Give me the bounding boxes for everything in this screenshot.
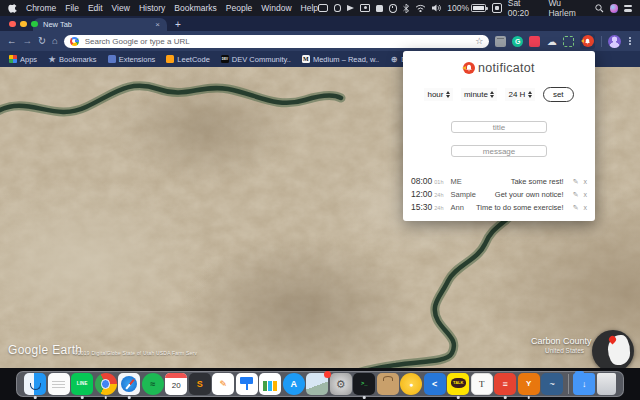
dock-sql-app[interactable]: ~ — [541, 373, 563, 395]
dock-paper-bag-app[interactable] — [377, 373, 399, 395]
bookmark-item[interactable]: Extensions — [108, 55, 156, 64]
forward-button[interactable]: → — [23, 36, 33, 46]
camera-icon[interactable] — [360, 4, 370, 12]
time-machine-icon[interactable] — [389, 4, 398, 13]
address-input[interactable] — [83, 36, 471, 47]
menu-item[interactable]: View — [112, 3, 130, 13]
dock-typora[interactable]: T — [471, 373, 493, 395]
zoom-window-button[interactable] — [31, 21, 38, 28]
chrome-menu-icon[interactable] — [627, 37, 633, 45]
menu-item[interactable]: Window — [261, 3, 291, 13]
dock-photos[interactable] — [306, 373, 328, 395]
bookmark-item[interactable]: ★ Bookmarks — [48, 55, 97, 64]
user-name[interactable]: Wu Harlem — [548, 0, 588, 18]
bookmark-star-icon[interactable]: ☆ — [475, 37, 483, 46]
dock-terminal[interactable]: >_ — [353, 373, 375, 395]
bookmark-item[interactable]: M Medium – Read, w.. — [302, 55, 379, 64]
battery-status[interactable]: 100% — [447, 3, 486, 13]
dock-safari[interactable] — [118, 373, 140, 395]
delete-icon[interactable]: x — [584, 178, 588, 185]
tab-close-icon[interactable]: × — [155, 21, 160, 29]
reload-button[interactable]: ↻ — [38, 36, 46, 46]
bookmark-label: Apps — [20, 55, 37, 64]
menu-item[interactable]: Edit — [88, 3, 103, 13]
profile-avatar[interactable] — [608, 35, 621, 48]
minute-select[interactable]: minute — [461, 88, 498, 101]
speech-bubble-icon[interactable] — [318, 4, 328, 12]
home-button[interactable]: ⌂ — [52, 36, 58, 46]
dock-trash[interactable] — [597, 373, 616, 395]
notification-message: Get your own notice! — [495, 190, 564, 199]
notification-format: 24h — [434, 205, 443, 211]
dock-line[interactable]: LINE — [71, 373, 93, 395]
screenshot-extension-icon[interactable] — [563, 36, 574, 47]
archive-extension-icon[interactable] — [495, 36, 506, 47]
dock-chrome[interactable] — [95, 373, 117, 395]
dock-calendar[interactable]: 20 — [165, 373, 187, 395]
dock-finder[interactable] — [24, 373, 46, 395]
delete-icon[interactable]: x — [584, 204, 588, 211]
google-earth-logo: Google Earth — [8, 343, 82, 357]
new-tab-button[interactable]: + — [175, 19, 181, 30]
dock-todoist[interactable]: ≡ — [494, 373, 516, 395]
title-input[interactable] — [451, 121, 547, 133]
cloud-extension-icon[interactable]: ☁ — [546, 36, 557, 47]
menu-item[interactable]: Help — [301, 3, 318, 13]
hour-select[interactable]: hour — [424, 88, 453, 101]
edit-icon[interactable]: ✎ — [573, 191, 579, 199]
notification-format: 24h — [434, 192, 443, 198]
grammarly-extension-icon[interactable]: G — [512, 36, 523, 47]
notificatot-extension-icon[interactable] — [580, 34, 595, 49]
dock-divider — [568, 374, 569, 394]
siri-icon[interactable] — [610, 4, 619, 13]
dock-keynote[interactable] — [236, 373, 258, 395]
horn-icon[interactable] — [347, 5, 354, 11]
app-status-icon[interactable] — [376, 5, 383, 12]
bookmark-item[interactable]: Apps — [9, 55, 37, 64]
bluetooth-icon[interactable] — [403, 4, 409, 13]
message-input[interactable] — [451, 145, 547, 157]
hand-icon[interactable] — [334, 4, 342, 12]
notification-row: 08:00 01h ME Take some rest! ✎ x — [411, 176, 587, 186]
dock-numbers[interactable] — [259, 373, 281, 395]
dock-system-preferences[interactable]: ⚙ — [330, 373, 352, 395]
input-source-icon[interactable] — [492, 3, 502, 13]
tab-new-tab[interactable]: New Tab × — [33, 18, 167, 31]
dock-yellow-app[interactable]: ● — [400, 373, 422, 395]
address-bar[interactable]: ☆ — [64, 35, 489, 48]
dock-app-store[interactable]: A — [283, 373, 305, 395]
apple-menu-icon[interactable] — [8, 3, 17, 14]
back-button[interactable]: ← — [7, 36, 17, 46]
bookmark-item[interactable]: LeetCode — [166, 55, 210, 64]
dock-orange-network-app[interactable]: Y — [518, 373, 540, 395]
notificatot-popup: notificatot hour minute 24 H set 08:00 0… — [403, 51, 595, 221]
close-window-button[interactable] — [9, 21, 16, 28]
format-select[interactable]: 24 H — [505, 88, 534, 101]
dock-notes[interactable] — [48, 373, 70, 395]
menu-item[interactable]: Chrome — [26, 3, 56, 13]
menu-item[interactable]: History — [139, 3, 165, 13]
menu-clock[interactable]: Sat 00:20 — [508, 0, 543, 18]
menu-item[interactable]: File — [65, 3, 79, 13]
delete-icon[interactable]: x — [584, 191, 588, 198]
bookmark-item[interactable]: DEV DEV Community.. — [221, 55, 291, 64]
dock-downloads-folder[interactable]: ↓ — [573, 373, 595, 395]
spotlight-search-icon[interactable] — [595, 4, 604, 13]
menu-item[interactable]: Bookmarks — [174, 3, 217, 13]
map-pin-icon — [608, 335, 618, 345]
wifi-icon[interactable] — [415, 4, 426, 12]
dock-kakaotalk[interactable]: TALK — [447, 373, 469, 395]
volume-icon[interactable] — [432, 4, 441, 12]
dock-sublime-text[interactable]: S — [189, 373, 211, 395]
battery-percent: 100% — [447, 3, 469, 13]
notification-center-icon[interactable] — [624, 5, 632, 12]
dock-vscode[interactable]: < — [424, 373, 446, 395]
dock-pages[interactable]: ✎ — [212, 373, 234, 395]
minimize-window-button[interactable] — [20, 21, 27, 28]
edit-icon[interactable]: ✎ — [573, 178, 579, 186]
set-button[interactable]: set — [543, 87, 574, 102]
dock-spotify[interactable]: ≈ — [142, 373, 164, 395]
menu-item[interactable]: People — [226, 3, 252, 13]
edit-icon[interactable]: ✎ — [573, 204, 579, 212]
pocket-extension-icon[interactable] — [529, 36, 540, 47]
